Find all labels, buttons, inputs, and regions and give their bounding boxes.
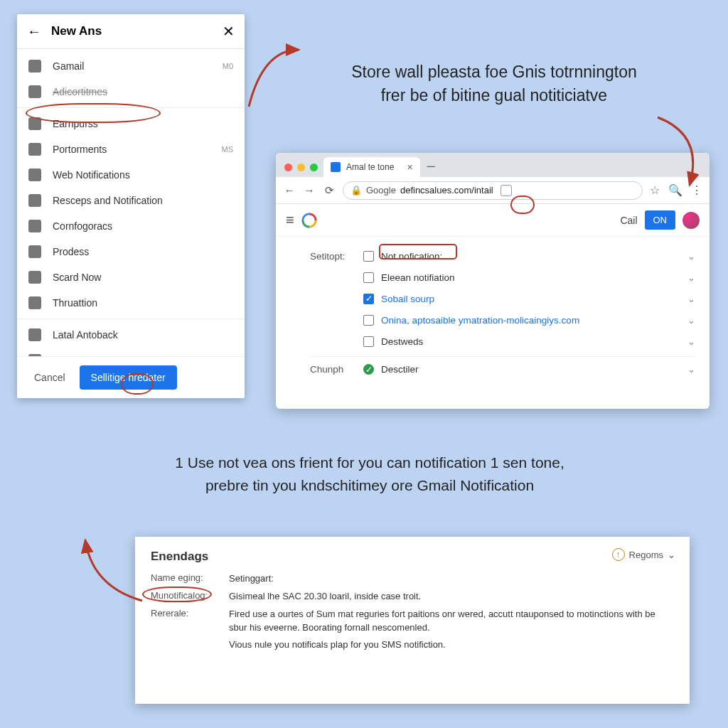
- settings-row: ✓ Sobail sourp ⌄: [310, 288, 695, 309]
- chevron-down-icon[interactable]: ⌄: [687, 272, 695, 283]
- list-item-label: Scard Now: [53, 272, 233, 283]
- avatar[interactable]: [682, 212, 700, 229]
- app-bar: ≡ Cail ON: [276, 204, 710, 237]
- list-item[interactable]: Web Notifications: [17, 162, 245, 188]
- list-item-label: Web Notifications: [53, 169, 233, 181]
- tab-title: Amal te tone: [346, 162, 394, 172]
- minimize-window-icon[interactable]: [297, 164, 305, 171]
- star-icon: [28, 85, 41, 98]
- toolbar-right: ☆ 🔍 ⋮: [650, 183, 702, 197]
- hamburger-icon[interactable]: ≡: [286, 212, 294, 228]
- detail-key: Name eging:: [151, 572, 229, 586]
- url-text: Google: [366, 185, 396, 196]
- briefcase-icon: [28, 60, 41, 73]
- detail-row: Munotificalog: Gisimeal lhe SAC 20.30 lo…: [151, 590, 674, 604]
- list-item[interactable]: Latal Antoback: [17, 322, 245, 348]
- settings-row: Chunph ✓ Desctiler ⌄: [310, 356, 695, 378]
- search-icon[interactable]: 🔍: [668, 183, 682, 197]
- list-item-label: Earnpurss: [53, 118, 233, 129]
- star-icon[interactable]: ☆: [650, 183, 660, 197]
- close-tab-icon[interactable]: ×: [407, 161, 412, 173]
- settings-row: Setitopt: Not nofication: ⌄: [310, 245, 695, 267]
- option-label[interactable]: Onina, aptosaible ymatration-molicaingiy…: [381, 315, 687, 326]
- list-item[interactable]: Earnpurss: [17, 111, 245, 136]
- list-item-label: Prodess: [53, 246, 233, 257]
- back-nav-icon[interactable]: ←: [283, 184, 296, 196]
- drawer-header: ← New Ans ✕: [17, 14, 245, 49]
- list-icon: [28, 117, 41, 130]
- checkbox[interactable]: [363, 315, 374, 326]
- radio-checked-icon[interactable]: ✓: [363, 364, 374, 375]
- window-controls: [282, 164, 323, 177]
- site-info-icon[interactable]: [500, 185, 512, 196]
- option-label: Eleean notifiation: [381, 272, 687, 283]
- checkbox[interactable]: [363, 251, 374, 262]
- list-item[interactable]: Adicortitmes: [17, 79, 245, 105]
- browser-tab[interactable]: Amal te tone ×: [323, 157, 420, 177]
- list-item-meta: M0: [223, 62, 233, 70]
- bell-icon: [28, 194, 41, 207]
- list-item-label: Diselorave notification: [53, 355, 233, 356]
- settings-drawer: ← New Ans ✕ Gamail M0 Adicortitmes Earnp…: [17, 14, 245, 398]
- instruction-line: prebre tin you kndschitimey ore Gmail No…: [205, 477, 534, 493]
- chevron-down-icon[interactable]: ⌄: [687, 294, 695, 304]
- list-item[interactable]: Resceps and Notification: [17, 188, 245, 213]
- primary-action-button[interactable]: Sellitige hredater: [80, 365, 177, 390]
- chevron-down-icon[interactable]: ⌄: [687, 336, 695, 347]
- list-item[interactable]: Gamail M0: [17, 53, 245, 79]
- detail-value: Vious nule you notificals plap for you S…: [229, 638, 674, 652]
- option-label[interactable]: Sobail sourp: [381, 294, 687, 304]
- menu-icon[interactable]: ⋮: [691, 183, 702, 197]
- reload-icon[interactable]: ⟳: [323, 184, 336, 197]
- chevron-down-icon[interactable]: ⌄: [687, 364, 695, 375]
- omnibox[interactable]: 🔒 Google defincsalues.com/intail: [343, 181, 643, 200]
- forward-nav-icon[interactable]: →: [303, 184, 316, 196]
- list-item[interactable]: Portorments MS: [17, 136, 245, 162]
- list-item[interactable]: Prodess: [17, 239, 245, 264]
- header-link[interactable]: Cail: [620, 215, 637, 226]
- detail-value: Fired use a ourtes of Sum mat reguries f…: [229, 608, 674, 635]
- list-item[interactable]: Scard Now: [17, 264, 245, 290]
- instruction-line: Store wall pleasta foe Gnis totrnnington: [351, 63, 636, 81]
- toggle-pill[interactable]: ON: [645, 210, 676, 230]
- list-item[interactable]: Cornfogoracs: [17, 213, 245, 239]
- favicon-icon: [331, 162, 341, 172]
- clock-icon: [28, 328, 41, 341]
- detail-key: [151, 638, 229, 652]
- list-item[interactable]: Diselorave notification: [17, 348, 245, 356]
- lock-icon: 🔒: [350, 185, 362, 196]
- card-action[interactable]: ↑ Regoms ⌄: [612, 548, 675, 561]
- card-heading: Enendags: [151, 550, 674, 564]
- chevron-down-icon[interactable]: ⌄: [687, 251, 695, 262]
- close-icon[interactable]: ✕: [223, 23, 235, 40]
- address-bar: ← → ⟳ 🔒 Google defincsalues.com/intail ☆…: [276, 177, 710, 204]
- maximize-window-icon[interactable]: [310, 164, 318, 171]
- cancel-button[interactable]: Cancel: [27, 366, 73, 389]
- divider: [17, 107, 245, 108]
- drawer-title: New Ans: [51, 24, 223, 38]
- list-item-label: Thruattion: [53, 297, 233, 309]
- card-action-label: Regoms: [629, 550, 663, 560]
- url-text: defincsalues.com/intail: [400, 185, 493, 196]
- google-logo-icon: [301, 213, 317, 228]
- list-item-label: Resceps and Notification: [53, 195, 233, 206]
- list-item[interactable]: Thruattion: [17, 290, 245, 316]
- back-icon[interactable]: ←: [27, 23, 41, 40]
- up-arrow-icon: ↑: [612, 548, 625, 561]
- settings-section-label: Setitopt:: [310, 251, 363, 262]
- checkbox[interactable]: [363, 336, 374, 347]
- instruction-text: 1 Use not vea ons frient for you can not…: [85, 451, 654, 496]
- drawer-list: Gamail M0 Adicortitmes Earnpurss Portorm…: [17, 49, 245, 356]
- chevron-down-icon[interactable]: ⌄: [687, 315, 695, 326]
- detail-value: Setinggart:: [229, 572, 674, 586]
- list-item-label: Cornfogoracs: [53, 220, 233, 232]
- list-item-meta: MS: [222, 145, 234, 154]
- checkbox[interactable]: [363, 272, 374, 283]
- option-label: Destweds: [381, 336, 687, 347]
- checkbox[interactable]: ✓: [363, 294, 374, 304]
- close-window-icon[interactable]: [284, 164, 292, 171]
- detail-value: Gisimeal lhe SAC 20.30 loaril, inside ca…: [229, 590, 674, 604]
- new-tab-icon[interactable]: ─: [427, 160, 435, 173]
- detail-key: Munotificalog:: [151, 590, 229, 604]
- detail-row: Rererale: Fired use a ourtes of Sum mat …: [151, 608, 674, 635]
